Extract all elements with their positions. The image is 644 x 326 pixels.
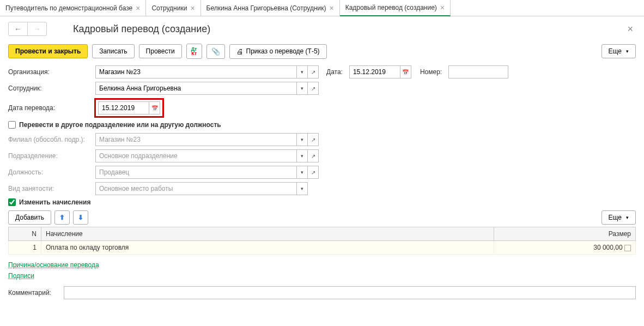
position-input	[95, 166, 297, 179]
employment-label: Вид занятости:	[8, 185, 94, 192]
print-order-button[interactable]: Приказ о переводе (Т-5)	[229, 44, 327, 59]
position-label: Должность:	[8, 168, 94, 176]
close-icon[interactable]: ×	[190, 4, 195, 13]
open-icon[interactable]	[308, 82, 319, 95]
dropdown-icon[interactable]: ▾	[297, 65, 308, 79]
comment-input[interactable]	[64, 286, 636, 299]
post-and-close-button[interactable]: Провести и закрыть	[8, 44, 88, 58]
forward-button[interactable]: →	[28, 22, 46, 35]
date-input[interactable]	[349, 65, 400, 79]
table-row[interactable]: 1 Оплата по окладу торговля 30 000,00	[9, 241, 636, 255]
dropdown-icon: ▾	[297, 182, 308, 195]
close-icon[interactable]: ×	[136, 4, 140, 13]
arrow-down-icon: ⬇	[78, 214, 83, 221]
employee-input[interactable]	[95, 82, 297, 95]
accruals-table: N Начисление Размер 1 Оплата по окладу т…	[8, 227, 636, 255]
post-button[interactable]: Провести	[139, 44, 182, 58]
open-icon	[308, 149, 319, 162]
open-icon	[308, 133, 319, 146]
table-more-button[interactable]: Еще	[602, 210, 636, 225]
tab-employee-card[interactable]: Белкина Анна Григорьевна (Сотрудник)×	[201, 0, 340, 16]
transfer-checkbox[interactable]	[8, 121, 16, 129]
transfer-date-label: Дата перевода:	[8, 104, 94, 112]
reason-link[interactable]: Причина/основание перевода	[8, 261, 636, 269]
tab-guide[interactable]: Путеводитель по демонстрационной базе×	[0, 0, 146, 16]
change-accruals-label: Изменить начисления	[19, 198, 90, 206]
open-icon	[308, 166, 319, 179]
dropdown-icon[interactable]: ▾	[297, 82, 308, 95]
change-accruals-checkbox[interactable]	[8, 198, 16, 206]
close-form-icon[interactable]: ×	[624, 23, 636, 35]
dropdown-icon: ▾	[297, 166, 308, 179]
page-title: Кадровый перевод (создание)	[73, 23, 210, 35]
back-button[interactable]: ←	[9, 22, 28, 35]
tab-bar: Путеводитель по демонстрационной базе× С…	[0, 0, 644, 16]
more-button[interactable]: Еще	[602, 44, 636, 58]
calendar-icon[interactable]	[149, 101, 160, 114]
division-label: Подразделение:	[8, 152, 94, 160]
print-icon	[236, 47, 244, 56]
write-button[interactable]: Записать	[92, 44, 134, 58]
attach-button[interactable]	[206, 44, 225, 59]
tab-employees[interactable]: Сотрудники×	[146, 0, 201, 16]
col-accrual: Начисление	[41, 227, 494, 241]
comment-label: Комментарий:	[8, 289, 63, 297]
paperclip-icon	[211, 47, 220, 56]
branch-label: Филиал (обособл. подр.):	[8, 136, 94, 143]
dropdown-icon: ▾	[297, 133, 308, 146]
number-label: Номер:	[420, 68, 442, 76]
nav-buttons: ← →	[8, 22, 47, 36]
row-detail-icon[interactable]	[624, 245, 631, 251]
number-input[interactable]	[448, 65, 508, 79]
employee-label: Сотрудник:	[8, 84, 94, 92]
debit-credit-button[interactable]: ДтКт	[186, 44, 202, 59]
date-label: Дата:	[326, 68, 343, 76]
move-down-button[interactable]: ⬇	[73, 210, 88, 225]
close-icon[interactable]: ×	[329, 4, 333, 13]
signatures-link[interactable]: Подписи	[8, 272, 636, 280]
dropdown-icon: ▾	[297, 149, 308, 162]
employment-input	[95, 182, 297, 195]
transfer-checkbox-label: Перевести в другое подразделение или на …	[19, 121, 221, 129]
tab-transfer[interactable]: Кадровый перевод (создание)×	[340, 0, 451, 16]
col-size: Размер	[494, 227, 636, 241]
add-row-button[interactable]: Добавить	[8, 210, 51, 225]
open-icon[interactable]	[308, 65, 319, 79]
highlighted-transfer-date	[94, 98, 164, 118]
arrow-up-icon: ⬆	[59, 214, 65, 221]
close-icon[interactable]: ×	[440, 3, 445, 12]
transfer-date-input[interactable]	[98, 101, 149, 114]
calendar-icon[interactable]	[400, 65, 411, 79]
division-input	[95, 149, 297, 162]
move-up-button[interactable]: ⬆	[54, 210, 70, 225]
col-n: N	[9, 227, 41, 241]
org-label: Организация:	[8, 68, 94, 76]
org-input[interactable]	[95, 65, 297, 79]
branch-input	[95, 133, 297, 146]
